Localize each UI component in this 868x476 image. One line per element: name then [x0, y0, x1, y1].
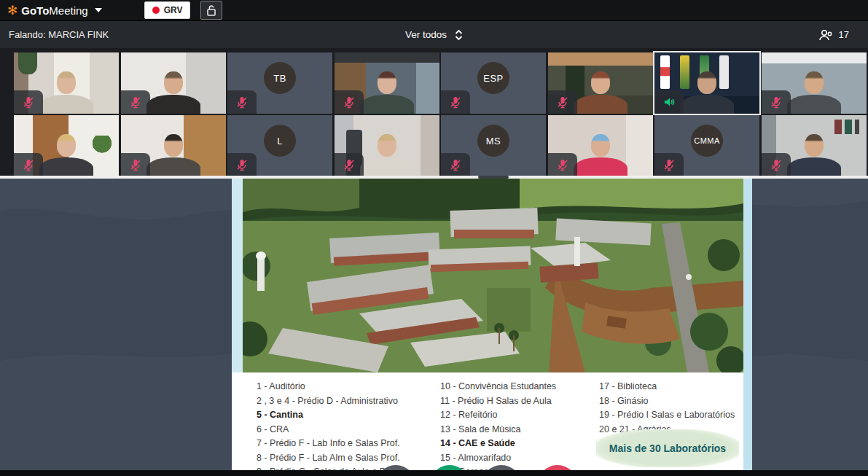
legend-item: 19 - Prédio I Salas e Laboratórios: [599, 408, 735, 423]
mute-badge: [762, 90, 791, 114]
participant-video-person: [36, 134, 97, 176]
mic-muted-icon: [556, 158, 569, 171]
participant-video-person: [783, 134, 845, 176]
speaker-bar: Falando: MARCIA FINK Ver todos 17: [0, 20, 868, 48]
chevron-down-icon: [95, 8, 102, 12]
mic-muted-icon: [343, 95, 356, 109]
participant-tile[interactable]: [335, 52, 439, 114]
mute-badge: [14, 153, 43, 176]
legend-column-1: 1 - Auditório 2 , 3 e 4 - Prédio D - Adm…: [257, 380, 400, 470]
legend-item: 15 - Almoxarifado: [440, 451, 556, 466]
labs-note-highlight: Mais de 30 Laboratórios: [596, 429, 739, 467]
legend-item: 10 - Convivência Estudantes: [440, 380, 556, 394]
participant-initials: CMMA: [694, 136, 720, 145]
participant-tile[interactable]: MS: [441, 115, 546, 176]
participant-video-person: [143, 134, 204, 176]
mic-muted-icon: [449, 158, 462, 171]
slide-legend: 1 - Auditório 2 , 3 e 4 - Prédio D - Adm…: [232, 372, 752, 470]
participant-initials: MS: [486, 136, 501, 147]
participant-video-person: [783, 71, 845, 114]
mic-muted-icon: [129, 158, 142, 171]
participant-video-person: [356, 71, 418, 114]
mute-badge: [227, 90, 257, 114]
legend-item: 9 - Prédio G - Salas de Aula e Prof.: [257, 465, 400, 470]
participant-tile[interactable]: CMMA: [654, 115, 759, 176]
mic-muted-icon: [556, 95, 569, 109]
participant-video-person: [36, 71, 97, 114]
speaking-now-label: Falando: MARCIA FINK: [9, 29, 109, 40]
participant-video-person: [570, 134, 631, 176]
presentation-slide: 1 - Auditório 2 , 3 e 4 - Prédio D - Adm…: [232, 179, 752, 470]
participant-video-person: [570, 71, 631, 114]
bottom-toolbar: [0, 470, 868, 476]
participant-tile[interactable]: [121, 115, 226, 176]
participant-tile[interactable]: [762, 115, 867, 176]
speaking-badge: [654, 90, 684, 114]
lock-meeting-button[interactable]: [200, 1, 222, 20]
campus-aerial-photo: [232, 179, 752, 372]
view-all-selector[interactable]: Ver todos: [405, 29, 463, 41]
avatar: TB: [264, 62, 296, 94]
mute-badge: [121, 153, 150, 176]
participant-initials: L: [277, 136, 283, 147]
legend-item: 13 - Sala de Música: [440, 423, 556, 437]
brand-text: GoToMeeting: [21, 4, 87, 17]
recording-button[interactable]: GRV: [144, 1, 191, 19]
participant-tile[interactable]: [14, 52, 119, 114]
unlock-icon: [206, 5, 216, 16]
legend-column-3: 17 - Biblioteca 18 - Ginásio 19 - Prédio…: [599, 380, 735, 437]
participants-counter[interactable]: 17: [818, 28, 849, 42]
participant-tile-active-speaker[interactable]: [654, 52, 759, 114]
mic-muted-icon: [22, 158, 35, 171]
mute-badge: [441, 153, 470, 176]
participant-tile[interactable]: [335, 115, 439, 176]
avatar: CMMA: [691, 125, 723, 157]
gotomeeting-menu[interactable]: ✻ GoToMeeting: [7, 4, 102, 17]
mute-badge: [762, 153, 791, 176]
participant-initials: ESP: [483, 73, 504, 84]
video-thumbnail-strip: TB ESP: [0, 48, 868, 176]
participant-tile[interactable]: [121, 52, 226, 114]
people-icon: [818, 28, 834, 42]
shared-screen-stage: 1 - Auditório 2 , 3 e 4 - Prédio D - Adm…: [0, 179, 868, 470]
mute-badge: [548, 90, 577, 114]
aerial-photo-illustration: [243, 179, 743, 372]
mute-badge: [654, 153, 684, 176]
view-all-label: Ver todos: [405, 29, 447, 40]
avatar: L: [264, 125, 296, 157]
legend-column-2: 10 - Convivência Estudantes 11 - Prédio …: [440, 380, 556, 470]
participant-tile[interactable]: L: [227, 115, 332, 176]
speaker-on-icon: [662, 95, 676, 109]
labs-note-text: Mais de 30 Laboratórios: [609, 442, 726, 454]
recording-label: GRV: [164, 5, 183, 15]
participant-video-person: [143, 71, 204, 114]
participant-tile[interactable]: [14, 115, 119, 176]
mic-muted-icon: [770, 95, 783, 109]
top-bar: ✻ GoToMeeting GRV: [0, 0, 868, 20]
participant-tile[interactable]: ESP: [441, 52, 546, 114]
participant-tile[interactable]: [548, 115, 653, 176]
mic-muted-icon: [235, 95, 249, 109]
participant-video-person: [356, 134, 418, 176]
mute-badge: [121, 90, 150, 114]
mic-muted-icon: [770, 158, 783, 171]
legend-item: 14 - CAE e Saúde: [440, 437, 556, 451]
participant-tile[interactable]: TB: [227, 52, 332, 114]
mute-badge: [14, 90, 43, 114]
gotomeeting-window: ✻ GoToMeeting GRV Falando: MARCIA FINK V…: [0, 0, 868, 476]
legend-item: 17 - Biblioteca: [599, 380, 735, 394]
gotomeeting-logo-icon: ✻: [7, 4, 17, 17]
avatar: MS: [477, 125, 509, 157]
participant-initials: TB: [273, 73, 286, 84]
mute-badge: [227, 153, 257, 176]
legend-item: 5 - Cantina: [257, 408, 400, 423]
legend-item: 1 - Auditório: [257, 380, 400, 394]
participant-tile[interactable]: [762, 52, 867, 114]
legend-item: 2 , 3 e 4 - Prédio D - Administrativo: [257, 394, 400, 409]
participant-tile[interactable]: [548, 52, 653, 114]
avatar: ESP: [477, 62, 509, 94]
recording-dot-icon: [152, 7, 160, 14]
mute-badge: [548, 153, 577, 176]
mute-badge: [335, 153, 364, 176]
participant-count: 17: [839, 29, 849, 40]
